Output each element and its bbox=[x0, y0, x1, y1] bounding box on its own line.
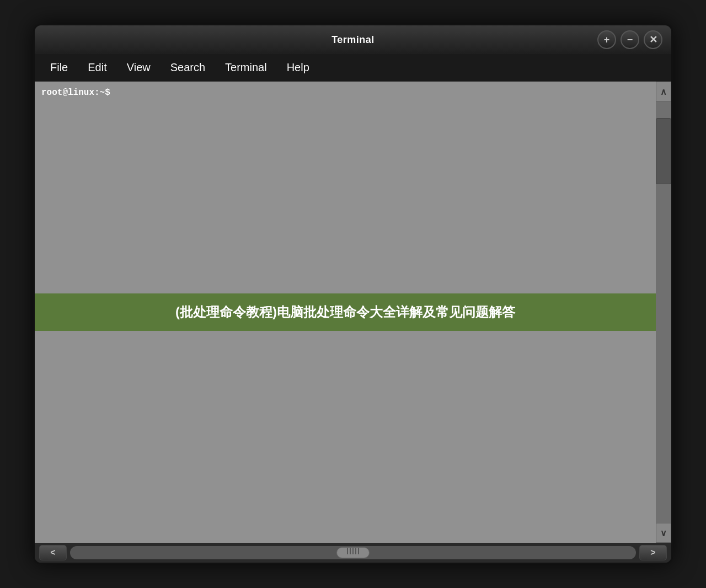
vertical-scrollbar: ∧ ∨ bbox=[656, 82, 671, 543]
window-controls: + − ✕ bbox=[597, 30, 662, 49]
scroll-thumb-grip bbox=[347, 548, 359, 554]
menu-bar: File Edit View Search Terminal Help bbox=[35, 54, 671, 82]
add-button[interactable]: + bbox=[597, 30, 616, 49]
scroll-right-arrow[interactable]: > bbox=[639, 545, 667, 560]
menu-search[interactable]: Search bbox=[161, 57, 215, 78]
menu-edit[interactable]: Edit bbox=[78, 57, 116, 78]
scroll-track-vertical[interactable] bbox=[656, 101, 671, 523]
scroll-thumb-horizontal[interactable] bbox=[336, 547, 370, 558]
scroll-up-arrow[interactable]: ∧ bbox=[656, 82, 671, 101]
window-title: Terminal bbox=[331, 34, 375, 46]
terminal-wrapper: root@linux:~$ (批处理命令教程)电脑批处理命令大全详解及常见问题解… bbox=[35, 82, 671, 543]
terminal-prompt: root@linux:~$ bbox=[41, 88, 110, 98]
menu-help[interactable]: Help bbox=[277, 57, 319, 78]
title-bar: Terminal + − ✕ bbox=[35, 25, 671, 54]
banner-text: (批处理命令教程)电脑批处理命令大全详解及常见问题解答 bbox=[175, 303, 515, 321]
horizontal-scrollbar-row: < > bbox=[35, 543, 671, 563]
scroll-thumb-vertical[interactable] bbox=[656, 118, 671, 184]
close-button[interactable]: ✕ bbox=[644, 30, 662, 49]
scroll-left-arrow[interactable]: < bbox=[39, 545, 67, 560]
menu-terminal[interactable]: Terminal bbox=[215, 57, 277, 78]
scroll-track-horizontal[interactable] bbox=[70, 546, 636, 559]
terminal-window: Terminal + − ✕ File Edit View Search Ter… bbox=[33, 24, 673, 564]
terminal-banner: (批处理命令教程)电脑批处理命令大全详解及常见问题解答 bbox=[35, 293, 656, 331]
menu-file[interactable]: File bbox=[40, 57, 78, 78]
terminal-content[interactable]: root@linux:~$ (批处理命令教程)电脑批处理命令大全详解及常见问题解… bbox=[35, 82, 656, 543]
scroll-down-arrow[interactable]: ∨ bbox=[656, 523, 671, 543]
minimize-button[interactable]: − bbox=[621, 30, 639, 49]
menu-view[interactable]: View bbox=[117, 57, 161, 78]
